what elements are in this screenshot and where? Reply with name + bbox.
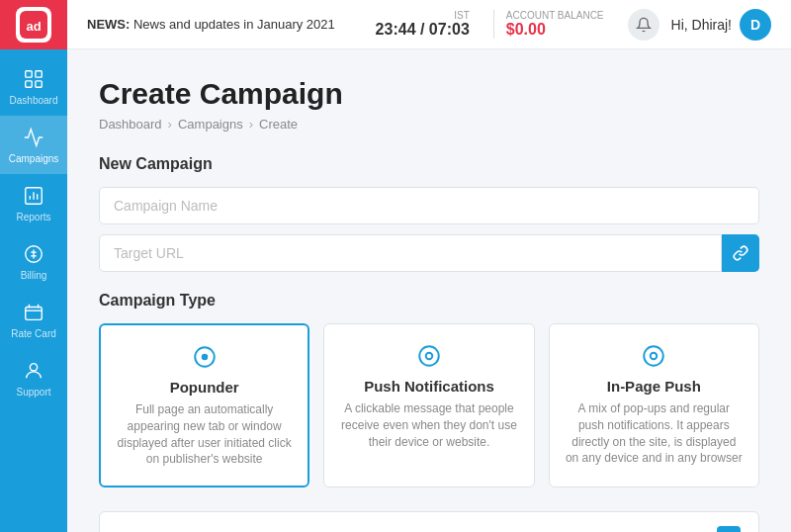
billing-icon bbox=[22, 242, 45, 266]
sidebar-item-rate-card[interactable]: Rate Card bbox=[0, 291, 67, 349]
svg-point-20 bbox=[201, 354, 208, 361]
breadcrumb-dashboard[interactable]: Dashboard bbox=[99, 117, 162, 132]
sidebar-item-billing[interactable]: Billing bbox=[0, 232, 67, 291]
url-action-button[interactable] bbox=[722, 234, 759, 272]
breadcrumb-sep-2: › bbox=[249, 117, 253, 132]
in-page-desc: A mix of pop-ups and regular push notifi… bbox=[566, 400, 743, 467]
popunder-icon bbox=[191, 343, 219, 371]
svg-point-18 bbox=[30, 364, 37, 371]
logo-icon: ad bbox=[16, 7, 51, 43]
reports-icon bbox=[22, 184, 45, 208]
in-page-icon bbox=[640, 342, 667, 370]
url-row bbox=[99, 234, 759, 272]
campaign-type-label: Campaign Type bbox=[99, 292, 759, 310]
news-label: NEWS: bbox=[87, 17, 130, 32]
push-name: Push Notifications bbox=[364, 378, 494, 395]
breadcrumb-campaigns[interactable]: Campaigns bbox=[178, 117, 243, 132]
dashboard-icon bbox=[22, 67, 45, 91]
sidebar-label-rate-card: Rate Card bbox=[11, 328, 56, 339]
user-avatar: D bbox=[740, 9, 771, 41]
bell-button[interactable] bbox=[628, 9, 659, 41]
campaign-card-in-page[interactable]: In-Page Push A mix of pop-ups and regula… bbox=[549, 323, 759, 488]
sidebar-item-campaigns[interactable]: Campaigns bbox=[0, 116, 67, 174]
time-value: 23:44 / 07:03 bbox=[376, 21, 470, 39]
sidebar-item-support[interactable]: Support bbox=[0, 349, 67, 407]
svg-text:ad: ad bbox=[26, 19, 41, 34]
sidebar-label-billing: Billing bbox=[21, 270, 47, 281]
svg-rect-3 bbox=[36, 71, 42, 77]
svg-point-22 bbox=[426, 353, 433, 360]
page-title: Create Campaign bbox=[99, 77, 759, 111]
rate-card-icon bbox=[22, 301, 45, 324]
news-text: News and updates in January 2021 bbox=[133, 17, 335, 32]
support-icon bbox=[22, 359, 45, 383]
sidebar-item-dashboard[interactable]: Dashboard bbox=[0, 57, 67, 116]
popunder-name: Popunder bbox=[170, 379, 239, 396]
topbar-news: NEWS: News and updates in January 2021 bbox=[87, 17, 364, 32]
svg-rect-2 bbox=[26, 71, 32, 77]
sidebar-logo: ad bbox=[0, 0, 67, 49]
svg-point-21 bbox=[419, 346, 439, 366]
svg-rect-14 bbox=[26, 308, 43, 320]
sidebar-label-dashboard: Dashboard bbox=[10, 95, 58, 106]
main-area: NEWS: News and updates in January 2021 I… bbox=[67, 0, 791, 532]
time-label: IST bbox=[454, 10, 470, 21]
svg-rect-5 bbox=[36, 81, 42, 87]
sidebar-item-reports[interactable]: Reports bbox=[0, 174, 67, 232]
user-greeting: Hi, Dhiraj! bbox=[671, 17, 732, 33]
budget-toggle-icon bbox=[717, 526, 741, 532]
topbar: NEWS: News and updates in January 2021 I… bbox=[67, 0, 791, 49]
svg-point-23 bbox=[645, 346, 664, 366]
campaign-types-grid: Popunder Full page an automatically appe… bbox=[99, 323, 759, 488]
new-campaign-label: New Campaign bbox=[99, 155, 759, 173]
in-page-name: In-Page Push bbox=[607, 378, 701, 395]
svg-point-24 bbox=[651, 353, 658, 360]
topbar-user[interactable]: Hi, Dhiraj! D bbox=[671, 9, 771, 41]
budget-section[interactable]: Budget and Limits bbox=[99, 511, 759, 532]
breadcrumb-create: Create bbox=[259, 117, 298, 132]
svg-rect-4 bbox=[26, 81, 32, 87]
breadcrumb: Dashboard › Campaigns › Create bbox=[99, 117, 759, 132]
sidebar: ad Dashboard Campaigns bbox=[0, 0, 67, 532]
topbar-time-section: IST 23:44 / 07:03 bbox=[376, 10, 470, 39]
content-area: Create Campaign Dashboard › Campaigns › … bbox=[67, 49, 791, 532]
sidebar-label-support: Support bbox=[16, 387, 50, 398]
campaign-name-input[interactable] bbox=[99, 187, 759, 224]
campaign-card-popunder[interactable]: Popunder Full page an automatically appe… bbox=[99, 323, 309, 488]
campaign-card-push[interactable]: Push Notifications A clickable message t… bbox=[323, 323, 534, 488]
target-url-input[interactable] bbox=[99, 234, 722, 272]
breadcrumb-sep-1: › bbox=[168, 117, 172, 132]
campaigns-icon bbox=[22, 126, 45, 149]
topbar-balance-section: ACCOUNT BALANCE $0.00 bbox=[493, 10, 604, 39]
push-icon bbox=[415, 342, 443, 370]
popunder-desc: Full page an automatically appearing new… bbox=[117, 401, 292, 468]
balance-value: $0.00 bbox=[506, 21, 546, 39]
sidebar-label-campaigns: Campaigns bbox=[9, 153, 59, 164]
push-desc: A clickable message that people receive … bbox=[340, 400, 517, 450]
balance-label: ACCOUNT BALANCE bbox=[506, 10, 604, 21]
sidebar-label-reports: Reports bbox=[16, 212, 50, 222]
